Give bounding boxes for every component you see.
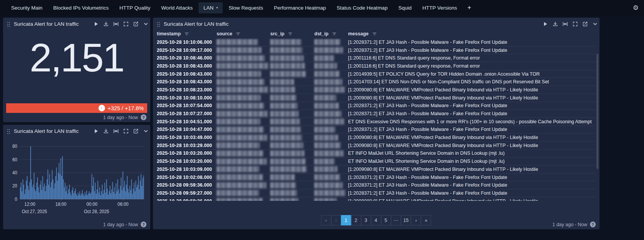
table-row[interactable]: 2025-10-28 10:07:27.000[1:2028371:2] ET … [157, 110, 596, 118]
add-tab-button[interactable]: + [463, 2, 476, 13]
download-icon[interactable] [103, 21, 109, 27]
table-row[interactable]: 2025-10-28 10:08:23.000[1:2009080:8] ET … [157, 86, 596, 94]
table-row[interactable]: 2025-10-28 10:08:43.000[1:2001116:6] ET … [157, 62, 596, 70]
page-button-4[interactable]: 4 [371, 215, 381, 225]
table-row[interactable]: 2025-10-28 10:03:49.000[1:2009080:8] ET … [157, 134, 596, 142]
bar [43, 187, 44, 199]
redacted-dst-ip-cell [314, 182, 348, 188]
bar [108, 195, 109, 199]
table-row[interactable]: 2025-10-28 10:10:06.000[1:2028371:2] ET … [157, 38, 596, 46]
edit-icon[interactable] [582, 21, 588, 27]
sort-filter-icon[interactable] [372, 31, 377, 36]
sort-filter-icon[interactable] [288, 31, 293, 36]
tab-status-code-heatmap[interactable]: Status Code Heatmap [332, 2, 393, 13]
cell-message: [1:2009080:8] ET MALWARE VMProtect Packe… [348, 135, 596, 140]
chart-panel: Suricata Alert for LAN traffic 020406080… [3, 125, 150, 229]
page-button-3[interactable]: 3 [361, 215, 371, 225]
tab-label: Security Main [11, 5, 43, 11]
table-row[interactable]: 2025-10-28 10:02:08.000[1:2028371:2] ET … [157, 174, 596, 182]
play-icon[interactable] [93, 128, 99, 134]
edit-icon[interactable] [133, 128, 139, 134]
help-icon[interactable]: ? [141, 222, 146, 227]
page-button-1[interactable]: 1 [341, 215, 351, 225]
bar [107, 189, 108, 199]
column-header-message[interactable]: message [348, 31, 596, 36]
page-button-2[interactable]: 2 [351, 215, 361, 225]
fullscreen-icon[interactable] [123, 21, 129, 27]
cell-timestamp: 2025-10-28 10:08:43.000 [157, 71, 217, 77]
table-row[interactable]: 2025-10-28 10:03:20.000ET INFO MailJet U… [157, 150, 596, 158]
table-row[interactable]: 2025-10-28 10:03:09.000[1:2009080:8] ET … [157, 166, 596, 174]
table-row[interactable]: 2025-10-28 10:04:47.000[1:2028371:2] ET … [157, 126, 596, 134]
download-icon[interactable] [103, 128, 109, 134]
gear-icon[interactable]: ⚙ [633, 4, 639, 12]
chevron-down-icon[interactable] [143, 128, 149, 134]
tab-slow-requests[interactable]: Slow Requests [223, 2, 268, 13]
column-header-dst_ip[interactable]: dst_ip [314, 31, 348, 36]
help-icon[interactable]: ? [141, 114, 146, 120]
fit-width-icon[interactable] [113, 128, 119, 134]
table-row[interactable]: 2025-10-28 10:07:54.000[1:2028371:2] ET … [157, 102, 596, 110]
page-button-next[interactable]: › [411, 215, 421, 225]
table-scrollbar[interactable] [596, 54, 598, 169]
redacted-value [217, 39, 258, 45]
column-header-timestamp[interactable]: timestamp [157, 31, 217, 36]
fullscreen-icon[interactable] [572, 21, 578, 27]
table-row[interactable]: 2025-10-28 10:08:46.000[1:2001116:6] ET … [157, 54, 596, 62]
table-row[interactable]: 2025-10-28 10:08:43.000[1:2014703:14] ET… [157, 78, 596, 86]
redacted-value [217, 55, 265, 61]
tab-lan[interactable]: LAN▾ [199, 2, 223, 13]
table-row[interactable]: 2025-10-28 09:58:36.000[1:2009080:8] ET … [157, 197, 596, 201]
tab-blocked-ips-volumetrics[interactable]: Blocked IPs Volumetrics [48, 2, 114, 13]
play-icon[interactable] [542, 21, 548, 27]
stat-value: 2,151 [3, 38, 150, 78]
tab-performance-heatmap[interactable]: Performance Heatmap [269, 2, 331, 13]
sort-filter-icon[interactable] [332, 31, 337, 36]
play-icon[interactable] [93, 21, 99, 27]
cell-timestamp: 2025-10-28 09:59:27.000 [157, 190, 217, 196]
fit-width-icon[interactable] [562, 21, 568, 27]
drag-handle-icon[interactable] [7, 22, 10, 27]
page-button-ellipsis[interactable]: ⋯ [391, 215, 401, 225]
redacted-value [314, 174, 340, 180]
table-row[interactable]: 2025-10-28 10:08:43.000[1:2014939:5] ET … [157, 70, 596, 78]
drag-handle-icon[interactable] [7, 129, 10, 134]
edit-icon[interactable] [133, 21, 139, 27]
sort-filter-icon[interactable] [236, 31, 241, 36]
bar [120, 186, 121, 199]
help-icon[interactable]: ? [590, 222, 596, 227]
download-icon[interactable] [552, 21, 558, 27]
tab-http-versions[interactable]: HTTP Versions [417, 2, 462, 13]
chevron-down-icon[interactable] [592, 21, 598, 27]
bar [59, 163, 59, 199]
tab-squid[interactable]: Squid [393, 2, 417, 13]
column-header-src_ip[interactable]: src_ip [270, 31, 314, 36]
redacted-value [217, 174, 263, 180]
table-row[interactable]: 2025-10-28 09:59:27.000[1:2028371:2] ET … [157, 189, 596, 197]
column-header-source[interactable]: source [217, 31, 270, 36]
redacted-value [270, 174, 295, 180]
table-row[interactable]: 2025-10-28 10:03:29.000[1:2009080:8] ET … [157, 142, 596, 150]
chevron-down-icon[interactable] [143, 21, 149, 27]
sort-filter-icon[interactable] [184, 31, 189, 36]
page-button-5[interactable]: 5 [381, 215, 391, 225]
tab-http-quality[interactable]: HTTP Quality [115, 2, 156, 13]
alerts-bar-chart[interactable]: 02040608012:00Oct 27, 202518:0000:00Oct … [7, 138, 146, 218]
fullscreen-icon[interactable] [123, 128, 129, 134]
drag-handle-icon[interactable] [157, 22, 160, 27]
page-button-15[interactable]: 15 [401, 215, 411, 225]
page-button-last[interactable]: » [421, 215, 431, 225]
bar [91, 192, 92, 199]
table-row[interactable]: 2025-10-28 10:09:17.000[1:2028371:2] ET … [157, 46, 596, 55]
table-row[interactable]: 2025-10-28 09:59:36.000[1:2028371:2] ET … [157, 181, 596, 189]
table-row[interactable]: 2025-10-28 10:03:20.000ET INFO MailJet U… [157, 157, 596, 166]
fit-width-icon[interactable] [113, 21, 119, 27]
table-row[interactable]: 2025-10-28 10:04:51.000ET DNS Excessive … [157, 118, 596, 126]
tab-world-attacks[interactable]: World Attacks [156, 2, 197, 13]
page-button-first[interactable]: « [321, 215, 331, 225]
page-button-prev[interactable]: ‹ [331, 215, 341, 225]
tab-security-main[interactable]: Security Main [6, 2, 48, 13]
bar [45, 191, 46, 199]
cell-timestamp: 2025-10-28 09:59:36.000 [157, 182, 217, 188]
table-row[interactable]: 2025-10-28 10:08:10.000[1:2009080:8] ET … [157, 94, 596, 102]
